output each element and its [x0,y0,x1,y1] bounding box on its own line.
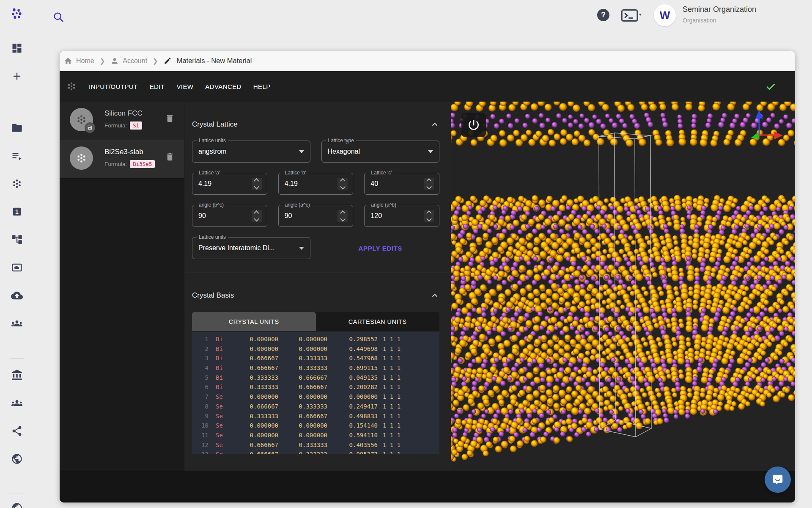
basis-row[interactable]: 12Se0.6666670.3333330.4035561 1 1 [192,440,439,450]
apply-edits-button[interactable]: APPLY EDITS [354,241,407,255]
basis-row[interactable]: 11Se0.0000000.0000000.5941101 1 1 [192,431,439,440]
sidebar-item-share-icon[interactable] [11,425,23,437]
sidebar-item-atoms-icon[interactable] [11,178,23,190]
tab-cartesian-units[interactable]: CARTESIAN UNITS [316,312,440,331]
search-icon[interactable] [52,11,64,23]
org-name[interactable]: Seminar Organization [683,5,756,14]
basis-row[interactable]: 8Se0.6666670.3333330.2494171 1 1 [192,402,439,411]
sidebar-item-playlist-icon[interactable] [11,150,23,162]
basis-row[interactable]: 13Se0.6666670.3333330.0952771 1 1 [192,450,439,454]
select-field[interactable]: Lattice unitsangstrom [192,141,310,163]
material-avatar [70,108,93,131]
crystal-basis-section-header[interactable]: Crystal Basis [184,291,451,300]
stepper-control[interactable] [337,178,348,190]
stepper-up-icon[interactable] [340,178,345,183]
sidebar-item-one-box-icon[interactable]: 1 [11,206,23,218]
app-logo-icon[interactable] [11,8,23,19]
menu-item-input-output[interactable]: INPUT/OUTPUT [88,80,139,93]
basis-row[interactable]: 4Bi0.6666670.3333330.6991151 1 1 [192,363,439,373]
sidebar-item-cloud-upload-icon[interactable] [11,290,23,301]
breadcrumb-home[interactable]: Home [64,57,94,65]
number-field[interactable]: Lattice 'a'4.19 [192,173,267,195]
chat-support-button[interactable] [765,467,791,493]
sidebar-item-image-icon[interactable] [11,262,23,273]
power-icon [467,118,480,132]
menu-item-edit[interactable]: EDIT [149,80,166,93]
delete-material-icon[interactable] [165,152,175,162]
dropdown-caret-icon[interactable] [428,150,433,153]
number-field[interactable]: Lattice 'c'40 [364,173,439,195]
select-field[interactable]: Lattice unitsPreserve Interatomic Di... [192,237,310,259]
sidebar-item-groups-icon[interactable] [11,318,23,329]
stepper-up-icon[interactable] [340,210,345,215]
basis-units-tabs: CRYSTAL UNITSCARTESIAN UNITS [192,312,439,331]
breadcrumb-account-label: Account [123,57,147,65]
stepper-up-icon[interactable] [254,178,259,183]
select-field[interactable]: Lattice typeHexagonal [321,141,440,163]
crystal-lattice-section-header[interactable]: Crystal Lattice [184,120,451,129]
breadcrumb-current: Materials - New Material [164,57,252,65]
number-field[interactable]: angle (a^c)90 [278,205,354,227]
collapse-chevron-icon[interactable] [430,291,439,300]
material-list-item[interactable]: Bi2Se3-slabFormula:Bi3Se5 [60,140,184,179]
stepper-up-icon[interactable] [254,210,259,215]
basis-row[interactable]: 6Bi0.3333330.6666670.2002821 1 1 [192,382,439,392]
basis-row[interactable]: 10Se0.0000000.0000000.1541401 1 1 [192,421,439,431]
field-value: 90 [285,205,292,226]
dropdown-caret-icon[interactable] [299,247,304,250]
number-field[interactable]: Lattice 'b'4.19 [278,173,354,195]
collapse-chevron-icon[interactable] [430,120,439,129]
dropdown-caret-icon[interactable] [299,150,304,153]
stepper-down-icon[interactable] [340,216,345,221]
material-list-item[interactable]: Silicon FCCFormula:Si [60,102,184,140]
basis-row[interactable]: 2Bi0.0000000.0000000.4496981 1 1 [192,344,439,354]
menu-item-help[interactable]: HELP [252,80,272,93]
stepper-control[interactable] [424,178,434,190]
main-card: Home ❯ Account ❯ Materials - New Materia… [60,51,795,502]
sidebar-item-folder-icon[interactable] [11,122,23,134]
stepper-down-icon[interactable] [340,184,345,189]
stepper-down-icon[interactable] [254,184,259,189]
stepper-down-icon[interactable] [426,184,431,189]
basis-row[interactable]: 5Bi0.3333330.6666670.0491351 1 1 [192,373,439,383]
basis-row[interactable]: 7Se0.0000000.0000000.0000001 1 1 [192,392,439,402]
basis-row[interactable]: 3Bi0.6666670.3333330.5479681 1 1 [192,353,439,363]
basis-row[interactable]: 9Se0.3333330.6666670.4988331 1 1 [192,411,439,421]
tab-crystal-units[interactable]: CRYSTAL UNITS [192,312,316,331]
sidebar-item-groups-icon[interactable] [11,397,23,409]
stepper-up-icon[interactable] [426,210,431,215]
menu-item-view[interactable]: VIEW [176,80,194,93]
stepper-down-icon[interactable] [426,216,431,221]
sidebar-item-add-icon[interactable] [11,70,23,82]
basis-row[interactable]: 1Bi0.0000000.0000000.2985521 1 1 [192,334,439,344]
stepper-up-icon[interactable] [426,178,431,183]
stepper-control[interactable] [252,210,262,222]
number-field[interactable]: angle (a^b)120 [364,205,439,227]
sidebar-item-globe-icon[interactable] [11,502,23,508]
menu-item-advanced[interactable]: ADVANCED [204,80,242,93]
number-field[interactable]: angle (b^c)90 [192,205,267,227]
viewer-power-button[interactable] [461,113,486,137]
stepper-down-icon[interactable] [254,216,259,221]
basis-coordinates-editor[interactable]: 1Bi0.0000000.0000000.2985521 1 12Bi0.000… [192,332,439,454]
delete-material-icon[interactable] [165,113,175,123]
stepper-control[interactable] [252,178,262,190]
viewer-canvas[interactable] [451,102,795,471]
left-rail: 1 [0,0,34,508]
field-value: 4.19 [198,173,211,194]
stepper-control[interactable] [337,210,348,222]
sidebar-item-tree-icon[interactable] [11,234,23,246]
sidebar-item-globe-icon[interactable] [11,453,23,465]
formula-badge: Bi3Se5 [130,160,155,168]
help-icon[interactable]: ? [597,9,609,21]
lattice-form: Lattice unitsangstromLattice typeHexagon… [192,141,439,259]
stepper-control[interactable] [424,210,434,222]
sidebar-item-dashboard-icon[interactable] [11,42,23,54]
editor-menubar: INPUT/OUTPUTEDITVIEWADVANCEDHELP [60,71,795,102]
chat-bubble-icon [771,473,784,486]
source-editor-panel: Crystal Lattice Lattice unitsangstromLat… [184,102,451,471]
breadcrumb-account[interactable]: Account [110,57,147,65]
avatar[interactable]: W [654,4,676,26]
sidebar-item-bank-icon[interactable] [11,369,23,381]
terminal-icon[interactable] [621,9,643,22]
